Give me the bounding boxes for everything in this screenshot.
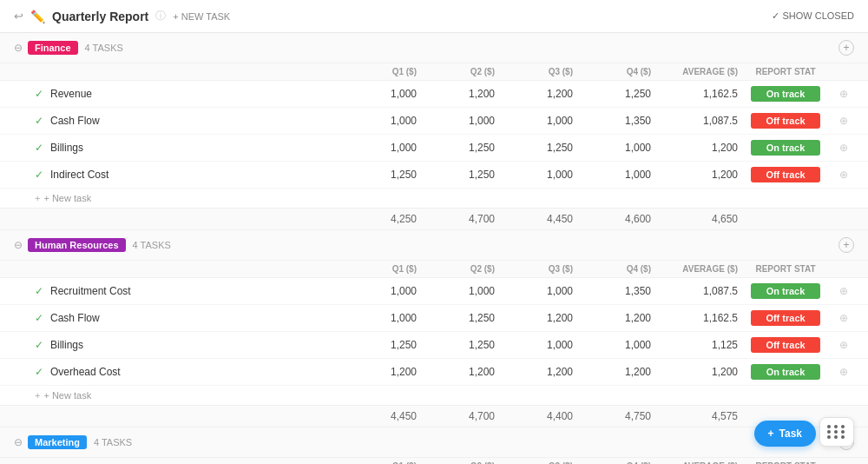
task-name: ✓ Revenue <box>35 88 339 100</box>
section-badge-hr[interactable]: Human Resources <box>28 238 126 252</box>
total-q4: 4,750 <box>573 410 651 422</box>
table-row: ✓ Recruitment Cost 1,000 1,000 1,000 1,3… <box>0 278 868 305</box>
task-q3: 1,000 <box>495 285 573 297</box>
section-hr: ⊖ Human Resources 4 TASKS + Q1 ($)Q2 ($)… <box>0 230 868 428</box>
col-header-2: Q3 ($) <box>495 67 573 76</box>
task-label[interactable]: Overhead Cost <box>50 366 121 378</box>
task-q4: 1,000 <box>573 339 651 351</box>
task-avg: 1,200 <box>651 169 738 181</box>
check-icon: ✓ <box>35 169 43 181</box>
col-header-3: Q4 ($) <box>573 264 651 274</box>
status-badge[interactable]: On track <box>751 283 820 299</box>
total-q2: 4,700 <box>417 213 495 225</box>
total-q3: 4,400 <box>495 410 573 422</box>
section-badge-finance[interactable]: Finance <box>28 41 78 55</box>
total-q1: 4,250 <box>339 213 417 225</box>
page-title: Quarterly Report <box>52 10 148 23</box>
add-task-icon: + <box>35 390 40 401</box>
new-task-button[interactable]: + NEW TASK <box>173 11 230 22</box>
task-options-icon[interactable]: ⊕ <box>833 115 854 127</box>
task-label[interactable]: Billings <box>50 339 83 351</box>
table-row: ✓ Cash Flow 1,000 1,250 1,200 1,200 1,16… <box>0 305 868 332</box>
total-q1: 4,450 <box>339 410 417 422</box>
task-status-cell: On track <box>738 364 833 380</box>
section-add-icon-hr[interactable]: + <box>838 237 854 253</box>
status-badge[interactable]: Off track <box>751 167 820 182</box>
task-options-icon[interactable]: ⊕ <box>833 312 854 324</box>
task-q2: 1,250 <box>417 312 495 324</box>
task-label[interactable]: Cash Flow <box>50 312 100 324</box>
task-name: ✓ Billings <box>35 142 339 154</box>
task-avg: 1,087.5 <box>651 285 738 297</box>
col-headers-finance: Q1 ($)Q2 ($)Q3 ($)Q4 ($)AVERAGE ($)REPOR… <box>0 63 868 81</box>
task-q3: 1,000 <box>495 115 573 127</box>
add-task-label[interactable]: + New task <box>43 193 91 203</box>
task-label[interactable]: Recruitment Cost <box>50 285 131 297</box>
floating-task-button[interactable]: + Task <box>754 421 816 447</box>
status-badge[interactable]: On track <box>751 140 820 156</box>
task-q1: 1,000 <box>339 88 417 100</box>
task-label[interactable]: Cash Flow <box>50 115 100 127</box>
total-avg: 4,575 <box>651 410 738 422</box>
task-avg: 1,200 <box>651 142 738 154</box>
section-toggle-marketing[interactable]: ⊖ <box>14 436 23 448</box>
task-q2: 1,250 <box>417 339 495 351</box>
section-badge-marketing[interactable]: Marketing <box>28 435 87 449</box>
task-status-cell: Off track <box>738 310 833 326</box>
task-q1: 1,000 <box>339 142 417 154</box>
plus-task-icon: + <box>768 428 774 440</box>
task-status-cell: On track <box>738 283 833 299</box>
task-options-icon[interactable]: ⊕ <box>833 339 854 351</box>
add-task-row-finance[interactable]: ++ New task <box>0 189 868 208</box>
task-status-cell: Off track <box>738 337 833 353</box>
task-options-icon[interactable]: ⊕ <box>833 169 854 181</box>
info-icon: ⓘ <box>155 9 166 23</box>
col-headers-hr: Q1 ($)Q2 ($)Q3 ($)Q4 ($)AVERAGE ($)REPOR… <box>0 261 868 278</box>
task-name: ✓ Billings <box>35 339 339 351</box>
check-icon: ✓ <box>35 115 43 127</box>
check-icon: ✓ <box>35 285 43 297</box>
task-q4: 1,000 <box>573 169 651 181</box>
check-icon: ✓ <box>35 88 43 100</box>
table-row: ✓ Billings 1,250 1,250 1,000 1,000 1,125… <box>0 332 868 359</box>
status-badge[interactable]: Off track <box>751 113 820 129</box>
task-options-icon[interactable]: ⊕ <box>833 88 854 100</box>
task-status-cell: Off track <box>738 167 833 182</box>
table-row: ✓ Billings 1,000 1,250 1,250 1,000 1,200… <box>0 135 868 162</box>
task-label[interactable]: Revenue <box>50 88 92 100</box>
add-task-label[interactable]: + New task <box>43 390 91 401</box>
check-icon: ✓ <box>35 142 43 154</box>
task-options-icon[interactable]: ⊕ <box>833 366 854 378</box>
floating-task-label: Task <box>779 428 802 440</box>
status-badge[interactable]: On track <box>751 364 820 380</box>
content-area: ⊖ Finance 4 TASKS + Q1 ($)Q2 ($)Q3 ($)Q4… <box>0 33 868 464</box>
show-closed-button[interactable]: ✓ SHOW CLOSED <box>772 10 854 22</box>
status-badge[interactable]: On track <box>751 86 820 102</box>
task-avg: 1,087.5 <box>651 115 738 127</box>
section-marketing: ⊖ Marketing 4 TASKS + Q1 ($)Q2 ($)Q3 ($)… <box>0 428 868 464</box>
task-label[interactable]: Billings <box>50 142 83 154</box>
task-label[interactable]: Indirect Cost <box>50 169 108 181</box>
section-add-icon-finance[interactable]: + <box>838 40 854 56</box>
col-headers-marketing: Q1 ($)Q2 ($)Q3 ($)Q4 ($)AVERAGE ($)REPOR… <box>0 458 868 464</box>
task-q2: 1,000 <box>417 285 495 297</box>
col-header-3: Q4 ($) <box>573 67 651 76</box>
task-q3: 1,000 <box>495 339 573 351</box>
task-q3: 1,000 <box>495 169 573 181</box>
task-q1: 1,000 <box>339 285 417 297</box>
task-options-icon[interactable]: ⊕ <box>833 142 854 154</box>
floating-apps-button[interactable] <box>819 417 854 447</box>
col-header-1: Q2 ($) <box>417 264 495 274</box>
col-header-0: Q1 ($) <box>339 264 417 274</box>
section-toggle-hr[interactable]: ⊖ <box>14 239 23 251</box>
task-q1: 1,000 <box>339 115 417 127</box>
add-task-row-hr[interactable]: ++ New task <box>0 386 868 405</box>
task-q1: 1,000 <box>339 312 417 324</box>
section-finance: ⊖ Finance 4 TASKS + Q1 ($)Q2 ($)Q3 ($)Q4… <box>0 33 868 230</box>
section-toggle-finance[interactable]: ⊖ <box>14 42 23 54</box>
status-badge[interactable]: Off track <box>751 337 820 353</box>
task-avg: 1,162.5 <box>651 312 738 324</box>
task-options-icon[interactable]: ⊕ <box>833 285 854 297</box>
task-q2: 1,250 <box>417 142 495 154</box>
status-badge[interactable]: Off track <box>751 310 820 326</box>
